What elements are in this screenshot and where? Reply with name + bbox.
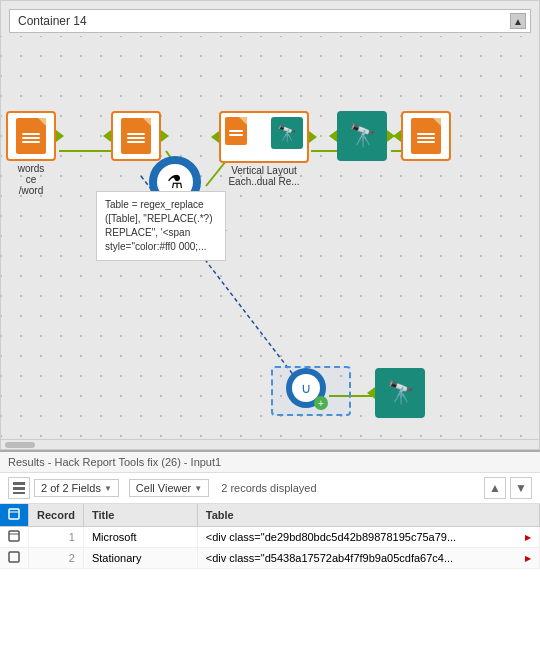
results-label: Results - Hack Report Tools fix (26) - I… xyxy=(8,456,221,468)
fields-label: 2 of 2 Fields xyxy=(41,482,101,494)
canvas-area: wordsce/word ⚗ xyxy=(1,36,539,449)
table-col-label: Table xyxy=(206,509,234,521)
bino-icon-inner: 🔭 xyxy=(277,124,297,143)
col-title-header[interactable]: Title xyxy=(83,504,197,527)
flask-icon: ⚗ xyxy=(167,171,183,193)
row1-icon[interactable] xyxy=(0,527,29,548)
viewer-label: Cell Viewer xyxy=(136,482,191,494)
svg-rect-15 xyxy=(9,552,19,562)
row2-table-cell: <div class="d5438a17572ab4f7f9b9a05cdfa6… xyxy=(206,552,531,564)
results-panel: Results - Hack Report Tools fix (26) - I… xyxy=(0,450,540,658)
fields-icon xyxy=(12,481,26,495)
words-node-label: wordsce/word xyxy=(18,163,45,196)
svg-rect-10 xyxy=(13,492,25,494)
row1-table: <div class="de29bd80bdc5d42b89878195c75a… xyxy=(197,527,539,548)
output-node[interactable] xyxy=(401,111,451,161)
tooltip-box: Table = regex_replace ([Table], "REPLACE… xyxy=(96,191,226,261)
row2-num: 2 xyxy=(29,548,84,569)
browse1-node[interactable]: 🔭 xyxy=(337,111,387,161)
fields-dropdown[interactable]: 2 of 2 Fields ▼ xyxy=(34,479,119,497)
viewer-dropdown[interactable]: Cell Viewer ▼ xyxy=(129,479,209,497)
svg-rect-13 xyxy=(9,531,19,541)
row2-table-value: <div class="d5438a17572ab4f7f9b9a05cdfa6… xyxy=(206,552,453,564)
svg-rect-11 xyxy=(9,509,19,519)
h-scrollbar[interactable] xyxy=(5,442,35,448)
binoculars-icon-2: 🔭 xyxy=(387,380,414,406)
col-icon-header[interactable] xyxy=(0,504,29,527)
fields-icon-btn[interactable] xyxy=(8,477,30,499)
row1-num: 1 xyxy=(29,527,84,548)
container-title: Container 14 xyxy=(18,14,87,28)
row2-table: <div class="d5438a17572ab4f7f9b9a05cdfa6… xyxy=(197,548,539,569)
fields-dropdown-arrow: ▼ xyxy=(104,484,112,493)
row1-table-value: <div class="de29bd80bdc5d42b89878195c75a… xyxy=(206,531,456,543)
table-row[interactable]: 1 Microsoft <div class="de29bd80bdc5d42b… xyxy=(0,527,540,548)
record-icon-header xyxy=(8,508,20,520)
record-col-label: Record xyxy=(37,509,75,521)
table-row[interactable]: 2 Stationary <div class="d5438a17572ab4f… xyxy=(0,548,540,569)
union-node[interactable]: ∪ + xyxy=(286,368,326,408)
tooltip-text: Table = regex_replace ([Table], "REPLACE… xyxy=(105,199,212,252)
canvas-container: Container 14 ▲ xyxy=(0,0,540,450)
container-header: Container 14 ▲ xyxy=(9,9,531,33)
binoculars-icon-1: 🔭 xyxy=(349,123,376,149)
svg-rect-8 xyxy=(13,482,25,485)
svg-rect-9 xyxy=(13,487,25,490)
viewer-dropdown-arrow: ▼ xyxy=(194,484,202,493)
connections-svg xyxy=(1,36,539,449)
records-count: 2 records displayed xyxy=(221,482,316,494)
union-icon: ∪ xyxy=(301,380,311,396)
scroll-up-btn[interactable]: ▲ xyxy=(510,13,526,29)
nav-up-btn[interactable]: ▲ xyxy=(484,477,506,499)
title-col-label: Title xyxy=(92,509,114,521)
results-header: Results - Hack Report Tools fix (26) - I… xyxy=(0,452,540,473)
row1-table-cell: <div class="de29bd80bdc5d42b89878195c75a… xyxy=(206,531,531,543)
row1-title: Microsoft xyxy=(83,527,197,548)
row1-icon-svg xyxy=(8,530,20,542)
col-table-header[interactable]: Table xyxy=(197,504,539,527)
words-node[interactable]: wordsce/word xyxy=(6,111,56,196)
nav-down-btn[interactable]: ▼ xyxy=(510,477,532,499)
table-header-row: Record Title Table xyxy=(0,504,540,527)
row2-icon[interactable] xyxy=(0,548,29,569)
toolbar: 2 of 2 Fields ▼ Cell Viewer ▼ 2 records … xyxy=(0,473,540,504)
browse2-node[interactable]: 🔭 xyxy=(375,368,425,418)
vertical-layout-node[interactable]: 🔭 Vertical LayoutEach..dual Re... xyxy=(219,111,309,187)
col-record-header[interactable]: Record xyxy=(29,504,84,527)
plus-icon: + xyxy=(314,396,328,410)
row2-title: Stationary xyxy=(83,548,197,569)
row2-icon-svg xyxy=(8,551,20,563)
data-table: Record Title Table xyxy=(0,504,540,658)
vertical-layout-label: Vertical LayoutEach..dual Re... xyxy=(228,165,299,187)
